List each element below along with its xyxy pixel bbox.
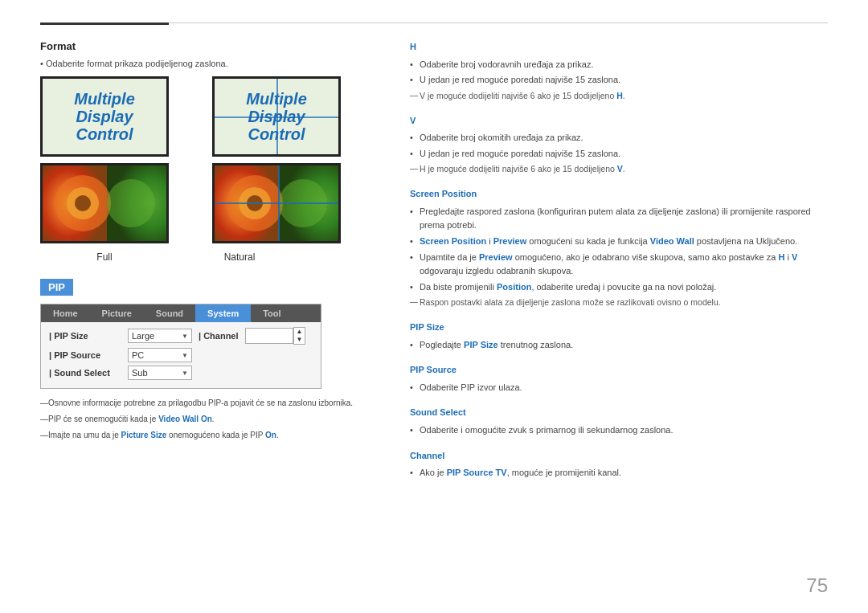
display-box-2: MultipleDisplayControl xyxy=(212,76,341,157)
sp-bullet-1: Pregledajte raspored zaslona (konfigurir… xyxy=(410,205,828,233)
pip-note-3-link1: Picture Size xyxy=(121,431,167,439)
format-title: Format xyxy=(40,40,378,52)
pip-source-select[interactable]: PC ▼ xyxy=(128,348,192,362)
h-note-bold: H xyxy=(616,91,623,100)
sp-bullet-2: Screen Position i Preview omogućeni su k… xyxy=(410,235,828,249)
pip-size-label: | PIP Size xyxy=(49,331,121,341)
pip-channel-label: | Channel xyxy=(199,331,239,341)
pip-size-arrow: ▼ xyxy=(182,333,188,340)
pip-source-row: | PIP Source PC ▼ xyxy=(49,348,313,362)
display-box-1-text: MultipleDisplayControl xyxy=(74,90,135,143)
h-bullet-1: Odaberite broj vodoravnih uređaja za pri… xyxy=(410,58,828,72)
v-note: H je moguće dodijeliti najviše 6 ako je … xyxy=(410,162,828,176)
pip-note-2-link: Video Wall On xyxy=(158,415,212,423)
tab-sound[interactable]: Sound xyxy=(144,304,195,322)
pip-size-value: Large xyxy=(132,331,154,341)
tab-picture[interactable]: Picture xyxy=(90,304,144,322)
tab-home[interactable]: Home xyxy=(41,304,90,322)
h-section: H Odaberite broj vodoravnih uređaja za p… xyxy=(410,40,828,103)
pip-notes: Osnovne informacije potrebne za prilagod… xyxy=(40,397,378,442)
display-box-2-text: MultipleDisplayControl xyxy=(246,90,307,143)
pip-note-3-link2: On xyxy=(265,431,276,439)
pip-spinner-up[interactable]: ▲ xyxy=(294,328,305,336)
channel-heading: Channel xyxy=(410,449,828,464)
image-labels: Full Natural xyxy=(40,251,378,263)
display-box-4 xyxy=(212,163,341,243)
h-note: V je moguće dodijeliti najviše 6 ako je … xyxy=(410,89,828,103)
v-section: V Odaberite broj okomitih uređaja za pri… xyxy=(410,114,828,177)
sp-note: Raspon postavki alata za dijeljenje zasl… xyxy=(410,296,828,309)
sp-bullet-3: Upamtite da je Preview omogućeno, ako je… xyxy=(410,251,828,279)
pip-badge: PIP xyxy=(40,279,73,296)
svg-point-4 xyxy=(75,195,91,211)
v-bullet-1: Odaberite broj okomitih uređaja za prika… xyxy=(410,131,828,145)
pip-size-select[interactable]: Large ▼ xyxy=(128,329,192,343)
pip-channel-spinner[interactable]: ▲ ▼ xyxy=(293,327,306,345)
pip-size-section: PIP Size Pogledajte PIP Size trenutnog z… xyxy=(410,321,828,352)
pip-note-2: PIP će se onemogućiti kada je Video Wall… xyxy=(40,413,378,426)
pip-note-1: Osnovne informacije potrebne za prilagod… xyxy=(40,397,378,410)
sound-select-value: Sub xyxy=(132,368,148,378)
pip-channel-control: ▲ ▼ xyxy=(245,327,306,345)
pip-channel-input[interactable] xyxy=(245,328,293,344)
label-natural: Natural xyxy=(175,251,304,263)
pip-source-label: | PIP Source xyxy=(49,350,121,360)
label-full: Full xyxy=(40,251,169,263)
pip-body: | PIP Size Large ▼ | Channel ▲ ▼ xyxy=(41,322,321,388)
svg-point-5 xyxy=(107,179,155,227)
pip-ui-box: Home Picture Sound System Tool | PIP Siz… xyxy=(40,304,321,389)
pip-size-row: | PIP Size Large ▼ | Channel ▲ ▼ xyxy=(49,327,313,345)
pip-size-bullet-1: Pogledajte PIP Size trenutnog zaslona. xyxy=(410,338,828,353)
display-box-1: MultipleDisplayControl xyxy=(40,76,169,157)
sound-select-bullet-1: Odaberite i omogućite zvuk s primarnog i… xyxy=(410,423,828,438)
pip-source-value: PC xyxy=(132,350,144,360)
screen-position-heading: Screen Position xyxy=(410,187,828,202)
pip-size-heading: PIP Size xyxy=(410,321,828,335)
h-bullet-2: U jedan je red moguće poredati najviše 1… xyxy=(410,73,828,88)
screen-position-section: Screen Position Pregledajte raspored zas… xyxy=(410,187,828,309)
sound-select-row: | Sound Select Sub ▼ xyxy=(49,366,313,380)
display-box-3 xyxy=(40,163,169,243)
sound-select-heading: Sound Select xyxy=(410,406,828,420)
sound-select-label: | Sound Select xyxy=(49,368,121,378)
channel-section: Channel Ako je PIP Source TV, moguće je … xyxy=(410,449,828,480)
format-section: Format Odaberite format prikaza podijelj… xyxy=(40,40,378,263)
tab-tool[interactable]: Tool xyxy=(251,304,293,322)
pip-tabs: Home Picture Sound System Tool xyxy=(41,304,321,322)
right-column: H Odaberite broj vodoravnih uređaja za p… xyxy=(410,40,828,492)
sound-select-arrow: ▼ xyxy=(182,370,188,377)
v-note-bold: V xyxy=(617,164,623,174)
v-label: V xyxy=(410,114,828,129)
flower-svg-full xyxy=(43,163,166,243)
sp-bullet-4: Da biste promijenili Position, odaberite… xyxy=(410,280,828,295)
channel-bullet-1: Ako je PIP Source TV, moguće je promijen… xyxy=(410,466,828,480)
pip-note-3: Imajte na umu da je Picture Size onemogu… xyxy=(40,429,378,442)
flower-svg-natural xyxy=(215,163,338,243)
pip-source-section: PIP Source Odaberite PIP izvor ulaza. xyxy=(410,363,828,394)
page-number: 75 xyxy=(806,574,828,597)
left-column: Format Odaberite format prikaza podijelj… xyxy=(40,40,378,492)
tab-system[interactable]: System xyxy=(195,304,251,322)
pip-source-bullet-1: Odaberite PIP izvor ulaza. xyxy=(410,381,828,395)
pip-section: PIP Home Picture Sound System Tool xyxy=(40,279,378,442)
pip-spinner-down[interactable]: ▼ xyxy=(294,336,305,344)
display-grid: MultipleDisplayControl MultipleDisplayCo… xyxy=(40,76,378,243)
h-label: H xyxy=(410,40,828,55)
pip-source-arrow: ▼ xyxy=(182,352,188,359)
sound-select-select[interactable]: Sub ▼ xyxy=(128,366,192,380)
sound-select-section: Sound Select Odaberite i omogućite zvuk … xyxy=(410,406,828,437)
v-bullet-2: U jedan je red moguće poredati najviše 1… xyxy=(410,147,828,161)
pip-source-heading: PIP Source xyxy=(410,363,828,378)
format-desc: Odaberite format prikaza podijeljenog za… xyxy=(40,59,378,68)
